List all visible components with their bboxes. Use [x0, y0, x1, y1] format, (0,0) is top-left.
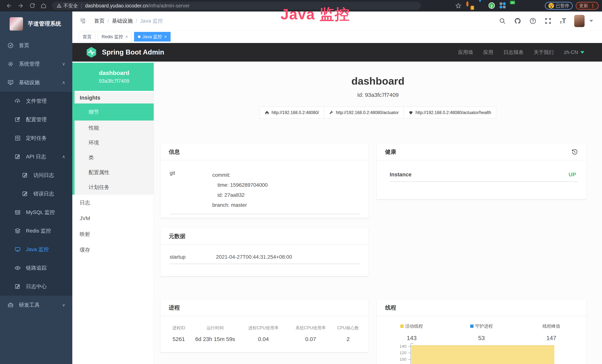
instance-label: Instance — [390, 171, 412, 178]
ytick-100: 100 — [388, 357, 406, 362]
breadcrumb-home[interactable]: 首页 — [94, 17, 105, 24]
extension-updater-icon[interactable]: 1 — [466, 2, 473, 9]
sba-item-logs[interactable]: 日志 — [72, 195, 154, 211]
tab-redis-monitor[interactable]: Redis 监控 × — [98, 32, 132, 42]
stat-live-threads: 活动线程 143 — [377, 323, 447, 342]
actuator-url-button[interactable]: http://192.168.0.2:48080/actuator — [324, 107, 404, 118]
extension-y-icon[interactable]: y — [489, 2, 495, 9]
home-icon — [265, 110, 269, 115]
sba-brand[interactable]: Spring Boot Admin — [102, 48, 164, 56]
health-url-button[interactable]: http://192.168.0.2:48080/actuator/health — [403, 107, 496, 118]
help-icon[interactable] — [529, 17, 536, 24]
sidebar-item-system[interactable]: 系统管理 ∨ — [0, 55, 72, 73]
close-icon[interactable]: × — [125, 34, 128, 39]
sba-nav-applications[interactable]: 应用 — [483, 49, 493, 56]
fullscreen-icon[interactable] — [545, 17, 552, 24]
close-icon[interactable]: × — [164, 34, 167, 39]
threads-card: 线程 活动线程 143 守护进程 53 线程峰值 147 — [377, 300, 586, 364]
annotation-java-monitor: Java 监控 — [243, 4, 387, 24]
api-log-icon — [14, 153, 21, 160]
extension-leaf-icon[interactable] — [522, 2, 528, 9]
security-label[interactable]: 不安全 — [64, 3, 78, 9]
sidebar-item-dev-tools[interactable]: 研发工具 ∨ — [0, 296, 72, 314]
sidebar-item-java-monitor[interactable]: Java 监控 — [0, 240, 72, 259]
breadcrumb-infrastructure[interactable]: 基础设施 — [112, 17, 133, 24]
sidebar-item-home[interactable]: 首页 — [0, 36, 72, 55]
sba-language-select[interactable]: zh-CN — [564, 50, 584, 55]
avatar[interactable] — [574, 15, 585, 27]
log-center-icon — [14, 283, 21, 290]
sidebar-item-mysql-monitor[interactable]: MySQL 监控 — [0, 203, 72, 222]
tab-java-monitor[interactable]: Java 监控 × — [134, 32, 171, 42]
threads-card-title: 线程 — [385, 304, 396, 311]
sidebar-item-access-log[interactable]: 访问日志 — [0, 166, 72, 184]
tab-home[interactable]: 首页 — [79, 32, 96, 42]
sba-item-mappings[interactable]: 映射 — [72, 226, 154, 242]
sidebar-item-tracing[interactable]: 链路追踪 — [0, 259, 72, 277]
sidebar-item-config-management[interactable]: 配置管理 — [0, 110, 72, 129]
ytick-140: 140 — [388, 344, 406, 349]
extension-switch-icon[interactable]: on — [511, 2, 517, 9]
sba-item-jvm[interactable]: JVM — [72, 211, 154, 226]
sba-instance-header[interactable]: dashboard 93a3fc7f7409 — [72, 63, 154, 91]
home-browser-icon[interactable] — [40, 3, 47, 9]
sba-item-config-props[interactable]: 配置属性 — [75, 165, 154, 180]
github-icon[interactable] — [514, 17, 521, 24]
sba-item-details[interactable]: 细节 — [75, 104, 154, 120]
sba-instance-id: 93a3fc7f7409 — [99, 78, 129, 84]
paused-extension-pill[interactable]: 已暂停 — [545, 2, 573, 10]
error-log-icon — [22, 191, 28, 197]
bookmark-star-icon[interactable] — [455, 3, 462, 9]
sidebar-item-file-management[interactable]: 文件管理 — [0, 92, 72, 110]
sba-item-scheduled-tasks[interactable]: 计划任务 — [75, 180, 154, 195]
sba-item-environment[interactable]: 环境 — [75, 135, 154, 150]
warning-icon[interactable] — [57, 3, 62, 8]
sidebar-item-redis-monitor[interactable]: Redis 监控 — [0, 222, 72, 240]
sba-nav-about[interactable]: 关于我们 — [534, 49, 554, 56]
process-card: 进程 进程ID 运行时间 进程CPU使用率 系统CPU使用率 CPU核心数 52… — [160, 300, 368, 352]
redis-layers-icon — [14, 228, 21, 234]
app-logo-row[interactable]: 芋道管理系统 — [0, 11, 72, 36]
sba-item-metrics[interactable]: 性能 — [75, 120, 154, 135]
extension-pin-icon[interactable] — [477, 2, 484, 9]
sidebar-item-log-center[interactable]: 日志中心 — [0, 277, 72, 296]
browser-update-button[interactable]: 更新 ⋮ — [576, 2, 599, 10]
sba-item-classes[interactable]: 类 — [75, 150, 154, 165]
sba-logo-icon[interactable] — [85, 46, 97, 58]
main-region: 首页 / 基础设施 / Java 监控 тT 首页 — [72, 11, 602, 364]
stat-daemon-threads: 守护进程 53 — [447, 323, 516, 342]
live-threads-area — [411, 345, 554, 364]
url-path[interactable]: /infra/admin-server — [148, 3, 190, 9]
reload-icon[interactable] — [29, 3, 35, 9]
col-system-cpu: 系统CPU使用率 — [288, 325, 333, 331]
avatar-caret-icon[interactable] — [589, 20, 593, 22]
sidebar-item-scheduled-jobs[interactable]: 定时任务 — [0, 129, 72, 147]
sba-nav-wallboard[interactable]: 应用墙 — [458, 49, 473, 56]
url-host[interactable]: dashboard.yudao.iocoder.cn — [85, 3, 148, 9]
sidebar-item-infrastructure[interactable]: 基础设施 ∧ — [0, 73, 72, 92]
sidebar-item-error-log[interactable]: 错误日志 — [0, 184, 72, 203]
dev-tools-icon — [7, 302, 14, 308]
back-icon[interactable] — [6, 3, 12, 9]
wrench-icon — [329, 110, 333, 115]
sba-section-insights: Insights — [75, 92, 154, 104]
font-size-icon[interactable]: тT — [560, 17, 566, 25]
service-url-button[interactable]: http://192.168.0.2:48080/ — [259, 107, 324, 118]
chevron-down-icon — [580, 51, 584, 54]
extensions-puzzle-icon[interactable] — [533, 2, 540, 9]
startup-value: 2021-04-27T00:44:31.254+08:00 — [216, 254, 292, 260]
cloud-upload-icon — [14, 98, 21, 104]
browser-menu-icon[interactable]: ⋮ — [590, 3, 595, 9]
history-icon[interactable] — [571, 149, 578, 155]
search-icon[interactable] — [499, 17, 506, 24]
chevron-up-icon: ∧ — [62, 80, 65, 85]
forward-icon[interactable] — [17, 3, 24, 9]
infrastructure-submenu: 文件管理 配置管理 定时任务 API 日志 ∧ 访问日志 — [0, 92, 72, 296]
hamburger-icon[interactable] — [79, 18, 86, 24]
sidebar-item-api-log[interactable]: API 日志 ∧ — [0, 147, 72, 166]
sba-item-caches[interactable]: 缓存 — [72, 242, 154, 258]
metadata-card: 元数据 startup 2021-04-27T00:44:31.254+08:0… — [160, 228, 368, 276]
extension-grid-icon[interactable] — [500, 2, 506, 9]
val-cpus: 2 — [333, 336, 363, 342]
sba-nav-journal[interactable]: 日志报表 — [503, 49, 523, 56]
